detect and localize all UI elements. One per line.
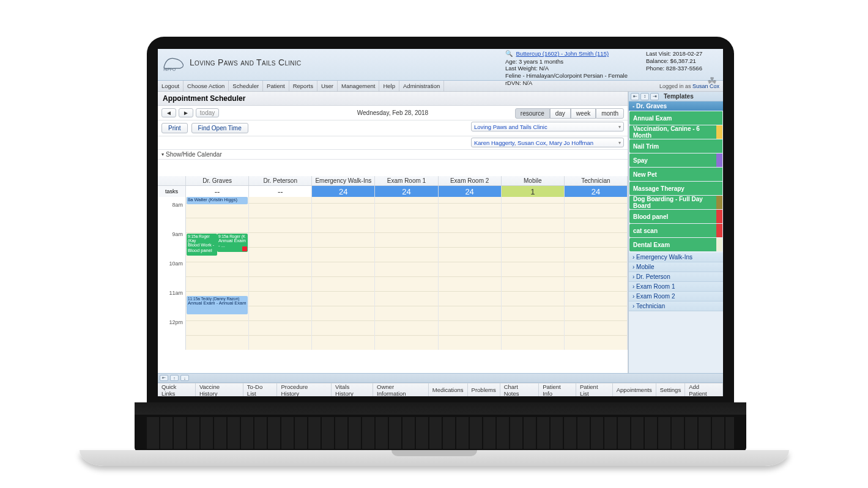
tpl-dental[interactable]: Dental Exam [629,238,722,251]
tab-procedure-history[interactable]: Procedure History [277,383,332,396]
balance: Balance: $6,387.21 [646,57,719,65]
appt-roger-annual[interactable]: 9:15a Roger (K Annual Exam - ... [217,234,248,252]
time-grid[interactable]: 8am 9am 10am 11am 12pm 8a Walter (Kristi… [158,197,628,350]
tpl-label: Spay [633,157,648,164]
prev-button[interactable]: ◄ [161,108,176,117]
last-visit: Last Visit: 2018-02-27 [646,50,719,57]
menu-choose-action[interactable]: Choose Action [184,81,229,91]
daycol-exam2[interactable] [439,197,502,350]
scheduler-pane: Appointment Scheduler ◄ ► today Wednesda… [158,92,628,373]
tpl-cat-scan[interactable]: cat scan [629,224,722,237]
tab-problems[interactable]: Problems [468,383,500,396]
content-area: Appointment Scheduler ◄ ► today Wednesda… [158,92,723,373]
appt-teddy[interactable]: 11:15a Teddy (Danny Razon) Annual Exam -… [187,296,248,314]
templates-title: Templates [664,93,694,100]
hippo-logo: HIPPO [161,51,186,73]
menu-patient[interactable]: Patient [263,81,289,91]
tpl-vaccination[interactable]: Vaccination, Canine - 6 Month [629,125,722,139]
group-exam2[interactable]: Exam Room 2 [629,292,723,301]
slide-left-icon[interactable]: ⇤ [160,375,168,381]
appt-teddy-body: Annual Exam - Annual Exam [188,301,247,306]
daycol-technician[interactable] [565,197,628,350]
tab-medications[interactable]: Medications [429,383,468,396]
daycol-exam1[interactable] [375,197,438,350]
tab-add-patient[interactable]: Add Patient [685,383,723,396]
menu-logout[interactable]: Logout [158,81,184,91]
tpl-new-pet[interactable]: New Pet [629,168,722,181]
count-exam1: 24 [375,186,438,197]
group-technician[interactable]: Technician [629,301,723,311]
daycol-peterson[interactable] [249,197,312,350]
tpl-blood-panel[interactable]: Blood panel [629,210,722,223]
tasks-label: tasks [158,186,186,197]
patient-rdvn: rDVN: N/A [505,79,628,87]
slide-up-icon[interactable]: ↑ [170,375,179,381]
daycol-mobile[interactable] [502,197,565,350]
leaf-icon: ☘ [707,75,717,89]
phone: Phone: 828-337-5566 [646,65,719,72]
laptop-base [80,402,789,464]
menu-scheduler[interactable]: Scheduler [229,81,263,91]
tab-quick-links[interactable]: Quick Links [158,383,196,396]
patient-age: Age: 3 years 1 months [505,58,628,65]
clinic-dropdown[interactable]: Loving Paws and Tails Clinic ▾ [471,122,624,131]
view-week[interactable]: week [571,108,596,119]
tab-patient-list[interactable]: Patient List [576,383,613,396]
tab-settings[interactable]: Settings [656,383,685,396]
daycol-emergency[interactable] [312,197,375,350]
view-month[interactable]: month [596,108,624,119]
staff-dropdown[interactable]: Karen Haggerty, Susan Cox, Mary Jo Hoffm… [471,138,624,147]
group-emergency[interactable]: Emergency Walk-Ins [629,253,723,262]
search-icon[interactable]: 🔍 [505,50,513,57]
next-button[interactable]: ► [179,108,193,117]
panel-collapse-left-icon[interactable]: ⇤ [631,93,639,100]
group-peterson[interactable]: Dr. Peterson [629,272,723,282]
tab-todo[interactable]: To-Do List [243,383,278,396]
tab-chart-notes[interactable]: Chart Notes [500,383,539,396]
slide-down-icon[interactable]: ↓ [180,375,189,381]
view-resource[interactable]: resource [515,108,550,119]
menu-help[interactable]: Help [379,81,399,91]
tab-vaccine-history[interactable]: Vaccine History [196,383,243,396]
tpl-nail-trim[interactable]: Nail Trim [629,139,722,153]
clinic-name: Loving Paws and Tails Clinic [190,57,301,67]
tpl-massage[interactable]: Massage Therapy [629,182,722,195]
tpl-annual-exam[interactable]: Annual Exam [629,111,722,125]
print-button[interactable]: Print [161,123,188,133]
appt-roger-blood[interactable]: 9:15a Roger (Kay Blood Work - Blood pane… [187,234,217,256]
menu-user[interactable]: User [317,81,338,91]
tpl-spay[interactable]: Spay [629,153,722,167]
count-technician: 24 [565,186,628,197]
group-exam1[interactable]: Exam Room 1 [629,282,723,292]
chevron-down-icon: ▾ [618,140,621,146]
menu-management[interactable]: Management [338,81,379,91]
find-open-time-button[interactable]: Find Open Time [191,123,248,133]
patient-link[interactable]: Buttercup (1602) - John Smith (115) [516,50,609,57]
col-exam2: Exam Room 2 [439,176,502,185]
header-blank [158,176,186,185]
tpl-stripe [716,196,722,209]
alert-icon [242,246,247,251]
tpl-stripe [716,224,722,237]
view-day[interactable]: day [550,108,571,119]
panel-collapse-right-icon[interactable]: ⇥ [650,93,659,100]
appt-roger-blood-hdr: 9:15a Roger (Kay [188,234,216,243]
count-exam2: 24 [439,186,502,197]
svg-text:HIPPO: HIPPO [163,67,176,72]
accordion-graves[interactable]: - Dr. Graves [629,102,723,111]
group-mobile[interactable]: Mobile [629,262,723,272]
tab-appointments[interactable]: Appointments [613,383,656,396]
appt-walter[interactable]: 8a Walter (Kristin Higgs) [187,197,248,204]
today-button[interactable]: today [196,108,219,117]
panel-collapse-icon[interactable]: ↕ [640,93,649,100]
tab-vitals-history[interactable]: Vitals History [332,383,373,396]
menu-administration[interactable]: Administration [399,81,444,91]
daycol-graves[interactable]: 8a Walter (Kristin Higgs) 9:15a Roger (K… [186,197,249,350]
show-hide-calendar[interactable]: ▾ Show/Hide Calendar [158,150,628,160]
tab-patient-info[interactable]: Patient Info [539,383,576,396]
patient-weight: Last Weight: N/A [505,65,628,72]
tab-owner-info[interactable]: Owner Information [373,383,429,396]
tpl-boarding[interactable]: Dog Boarding - Full Day Board [629,196,722,209]
tpl-label: Dental Exam [633,242,670,248]
menu-reports[interactable]: Reports [289,81,317,91]
